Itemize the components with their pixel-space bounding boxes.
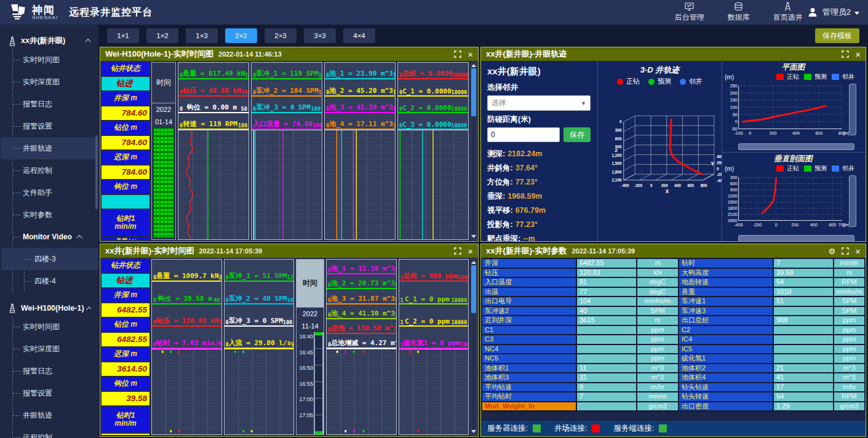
layout-button-3x3[interactable]: 3×3 xyxy=(304,28,336,43)
curve-header: 0悬重 = 1009.7 kN3000 xyxy=(152,260,221,282)
close-icon[interactable]: × xyxy=(468,247,473,256)
sidebar-item[interactable]: 四楼-4 xyxy=(25,270,98,292)
save-distance-button[interactable]: 保存 xyxy=(563,127,591,142)
database-icon xyxy=(733,2,744,11)
param-label: 钻井状态 xyxy=(102,259,149,273)
legend-label: 邻井 xyxy=(842,73,854,81)
scroll-down-icon[interactable] xyxy=(471,235,476,238)
header-nav-database[interactable]: 数据库 xyxy=(728,2,750,23)
chart-track: 0悬重 = 817.49 kN10000钻压 = 40.66 kN3000钩位 … xyxy=(178,62,249,240)
trajectory-3d: 3-D 井轨迹 正钻预测邻井 03006009001,2001,5001,800… xyxy=(598,61,722,241)
user-menu[interactable]: 管理员2 xyxy=(806,6,859,18)
sidebar-item[interactable]: 井眼轨迹 xyxy=(13,404,98,426)
well-group-header[interactable]: Wei-H100(Hole-1) xyxy=(0,301,98,316)
well-group-header[interactable]: xx井(新井眼) xyxy=(0,33,98,49)
expand-icon[interactable] xyxy=(454,247,461,255)
svg-text:300: 300 xyxy=(730,175,738,180)
scroll-down-icon[interactable] xyxy=(471,430,476,433)
sidebar-item[interactable]: 四楼-3 xyxy=(1,248,98,270)
sidebar-item[interactable]: 远程控制 xyxy=(13,159,98,181)
time-date: 01-14 xyxy=(152,116,175,128)
svg-text:300: 300 xyxy=(615,128,622,132)
track-plot-area xyxy=(327,349,396,434)
layout-button-2x3[interactable]: 2×3 xyxy=(265,28,297,43)
header-nav-derrick[interactable]: 首页选井 xyxy=(773,2,803,23)
sidebar-item[interactable]: 实时时间图 xyxy=(13,316,98,338)
expand-icon[interactable] xyxy=(842,247,849,255)
collision-distance-input[interactable] xyxy=(487,127,560,142)
sidebar-item[interactable]: 实时深度图 xyxy=(13,338,98,360)
sidebar-item[interactable]: 文件助手 xyxy=(13,181,98,204)
curve-header: 0池_3 = 31.07 m^350 xyxy=(327,289,396,304)
sidebar-item[interactable]: 实时时间图 xyxy=(13,49,98,71)
sidebar-item[interactable]: Monitor Video xyxy=(13,226,98,248)
sidebar-item[interactable]: 实时深度图 xyxy=(13,71,98,93)
param-value: 41 xyxy=(774,373,833,382)
plan-vertical-scrollbar[interactable] xyxy=(849,84,856,135)
sidebar-item[interactable]: 实时参数 xyxy=(13,204,98,226)
collision-distance-label: 防碰距离(米) xyxy=(487,114,591,125)
sidebar-item[interactable]: 报警设置 xyxy=(13,115,98,137)
curve-max: 1000 xyxy=(245,72,249,78)
close-icon[interactable]: × xyxy=(855,50,861,59)
sidebar-item[interactable]: 远程控制 xyxy=(13,426,98,438)
sidebar-item[interactable]: 报警日志 xyxy=(13,93,98,115)
legend-swatch xyxy=(617,79,623,85)
param-name: 钻头转速 xyxy=(679,392,773,401)
chart-track: 0泵冲_1 = 119 SPM1000泵冲_2 = 104 SPM1000泵冲_… xyxy=(251,62,322,240)
section-vertical-scrollbar[interactable] xyxy=(849,175,856,227)
svg-text:2100: 2100 xyxy=(728,212,738,217)
curve-header: 0泵冲_3 = 0 SPM100 xyxy=(225,305,294,327)
panel1-scrollbar[interactable] xyxy=(471,62,477,240)
legend-label: 预测 xyxy=(814,164,827,173)
layout-button-1x2[interactable]: 1×2 xyxy=(146,28,178,43)
sidebar-item-label: 实时时间图 xyxy=(23,322,60,332)
curve-label: 池_2 = 45.20 m^3 xyxy=(329,86,393,95)
header-nav-admin-console[interactable]: 后台管理 xyxy=(675,2,704,23)
sidebar-item[interactable]: 井眼轨迹 xyxy=(1,137,98,159)
time-tick-label: 16:55 xyxy=(299,381,313,387)
svg-text:400: 400 xyxy=(810,223,818,228)
trajectory-stat: 靶点垂深:--m xyxy=(487,232,591,241)
scroll-up-icon[interactable] xyxy=(471,64,476,67)
section-horizontal-scrollbar[interactable] xyxy=(738,235,854,241)
layout-button-2x2[interactable]: 2×2 xyxy=(225,28,257,43)
legend-item: 邻井 xyxy=(832,164,854,173)
sidebar-item[interactable]: 报警日志 xyxy=(13,360,98,382)
layout-button-1x3[interactable]: 1×3 xyxy=(186,28,218,43)
param-unit: SPM xyxy=(834,297,864,306)
svg-text:400: 400 xyxy=(717,154,722,159)
layout-button-4x4[interactable]: 4×4 xyxy=(343,28,375,43)
scroll-thumb[interactable] xyxy=(471,68,476,116)
expand-icon[interactable] xyxy=(842,50,849,58)
close-icon[interactable]: × xyxy=(855,247,861,256)
curve-header-block: 0泵冲_1 = 51 SPM1200泵冲_2 = 40 SPM1000泵冲_3 … xyxy=(225,260,294,349)
scroll-thumb[interactable] xyxy=(471,265,476,313)
sidebar-item[interactable]: 报警设置 xyxy=(13,382,98,404)
plan-horizontal-scrollbar[interactable] xyxy=(738,143,854,150)
layout-button-1x1[interactable]: 1×1 xyxy=(107,28,139,43)
time-scale: 16:4016:4516:5016:5517:0017:05 xyxy=(297,332,324,434)
panel2-body: xx井(新井眼) 选择邻井 选择 ▼ 防碰距离(米) 保存 测深:2182.24… xyxy=(481,61,866,241)
neighbor-select[interactable]: 选择 ▼ xyxy=(487,95,591,111)
close-icon[interactable]: × xyxy=(468,50,473,59)
app-root: 神闻 SHENKAI 远程录井监控平台 后台管理数据库首页选井 管理员2 xx井… xyxy=(0,0,868,438)
param-value: 7.03 xyxy=(102,434,149,435)
curve-header: 0池_3 = 41.39 m^3100 xyxy=(325,97,395,113)
curve-label: 泵冲_3 = 0 SPM xyxy=(256,103,311,112)
expand-icon[interactable] xyxy=(454,50,461,58)
chevron-down-icon: ▼ xyxy=(581,100,586,106)
save-template-button[interactable]: 保存模板 xyxy=(815,28,859,43)
svg-text:0: 0 xyxy=(717,167,719,171)
gear-icon[interactable]: ⚙ xyxy=(829,247,836,256)
well-tree: xx井(新井眼)实时时间图实时深度图报警日志报警设置井眼轨迹远程控制文件助手实时… xyxy=(0,25,98,438)
svg-text:1,200: 1,200 xyxy=(612,153,622,158)
sidebar-scrollbar[interactable] xyxy=(95,135,98,209)
param-unit: ppm xyxy=(834,326,864,335)
legend-label: 预测 xyxy=(814,73,827,81)
scroll-up-icon[interactable] xyxy=(471,261,476,264)
panel1-body: 钻井状态钻进井深 m784.60钻位 m784.60迟深 m784.60钩位 m… xyxy=(100,61,478,241)
track-plot-area xyxy=(252,130,322,239)
curve-header: 入口流量 = 74.60100 xyxy=(252,113,322,130)
panel3-scrollbar[interactable] xyxy=(471,259,477,435)
